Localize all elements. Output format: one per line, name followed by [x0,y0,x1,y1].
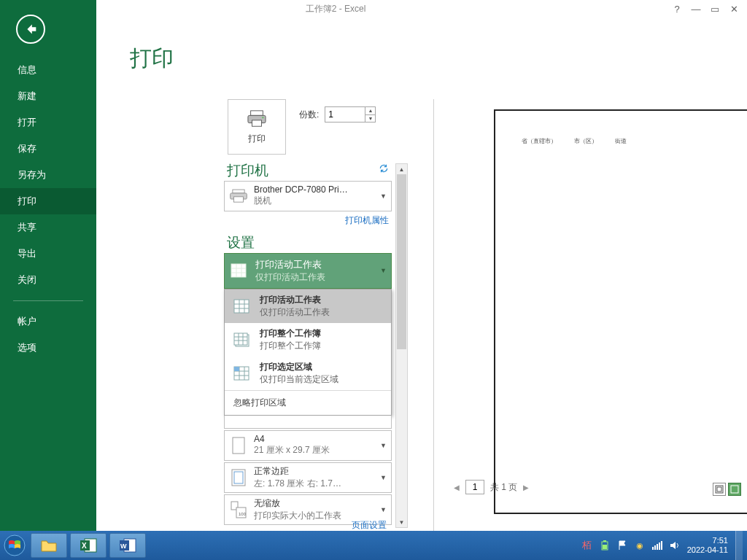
nav-export[interactable]: 导出 [0,241,96,267]
chevron-down-icon: ▼ [380,474,387,481]
settings-column: 打印机 Brother DCP-7080 Pri… 脱机 ▼ 打印机属性 设置 … [224,163,392,526]
tray-clock[interactable]: 7:51 2022-04-11 [687,536,728,555]
svg-rect-32 [652,547,654,550]
nav-saveas[interactable]: 另存为 [0,162,96,188]
print-what-title: 打印活动工作表 [255,258,325,271]
page-number-input[interactable] [465,480,484,494]
copies-up[interactable]: ▲ [365,107,375,115]
sheet-icon [233,299,249,314]
svg-rect-31 [603,545,607,549]
opt-active-sheets[interactable]: 打印活动工作表仅打印活动工作表 [225,289,391,323]
zoom-tool-icon [730,485,739,494]
margins-selector[interactable]: 正常边距左: 1.78 厘米 右: 1.7… ▼ [224,462,392,493]
preview-cell: 街道 [615,137,627,145]
help-button[interactable]: ? [671,4,683,15]
scroll-down[interactable]: ▼ [396,517,407,527]
back-button[interactable] [16,15,45,44]
nav-close[interactable]: 关闭 [0,267,96,293]
paper-size-selector[interactable]: A421 厘米 x 29.7 厘米 ▼ [224,430,392,461]
maximize-button[interactable]: ▭ [709,4,721,15]
svg-text:X: X [82,542,87,550]
nav-separator [13,300,83,301]
paper-title: A4 [254,434,330,444]
chevron-down-icon: ▼ [380,192,387,200]
tray-battery-icon[interactable] [600,540,610,551]
taskbar-word[interactable]: W [109,533,146,558]
nav-print[interactable]: 打印 [0,188,96,214]
close-button[interactable]: ✕ [728,4,740,15]
nav-open[interactable]: 打开 [0,109,96,136]
opt-sub: 打印整个工作簿 [260,340,321,352]
printer-device-icon [229,188,248,204]
print-what-popup: 打印活动工作表仅打印活动工作表 打印整个工作簿打印整个工作簿 打印选定区域仅打印… [224,289,392,416]
preview-cell: 省（直辖市） [522,137,557,145]
refresh-printers[interactable] [379,163,389,176]
svg-rect-2 [252,120,262,125]
zoom-to-page-button[interactable] [728,483,741,496]
taskbar-excel[interactable]: X [70,533,107,558]
svg-rect-12 [234,367,239,371]
scroll-thumb[interactable] [397,174,406,349]
ime-indicator[interactable]: 栢 [582,540,592,551]
svg-rect-21 [731,486,738,493]
nav-info[interactable]: 信息 [0,57,96,83]
print-button-label: 打印 [248,133,266,145]
opt-title: 打印活动工作表 [260,294,330,306]
show-margins-button[interactable] [713,483,726,496]
nav-list: 信息 新建 打开 保存 另存为 打印 共享 导出 关闭 帐户 选项 [0,57,96,361]
tray-signal-icon[interactable] [652,540,662,551]
windows-logo-icon [4,534,26,556]
sheet-icon [231,263,247,278]
svg-rect-4 [233,190,244,193]
printer-icon [246,109,268,128]
copies-input[interactable] [325,107,365,122]
svg-rect-7 [231,264,246,277]
chevron-down-icon: ▼ [380,442,387,449]
opt-selection[interactable]: 打印选定区域仅打印当前选定区域 [225,357,391,390]
copies-label: 份数: [299,109,319,121]
prev-page[interactable]: ◀ [454,483,460,491]
page-setup-link[interactable]: 页面设置 [352,519,387,532]
start-button[interactable] [0,531,29,560]
tray-network-icon[interactable]: ◉ [635,540,645,551]
margins-sub: 左: 1.78 厘米 右: 1.7… [254,478,341,490]
page-total: 共 1 页 [490,481,517,494]
opt-title: 打印整个工作簿 [260,327,321,340]
next-page[interactable]: ▶ [523,483,529,491]
page-title: 打印 [130,44,747,74]
printer-selector[interactable]: Brother DCP-7080 Pri… 脱机 ▼ [224,181,392,211]
nav-options[interactable]: 选项 [0,335,96,361]
margins-icon [231,469,246,486]
margins-tool-icon [715,485,724,494]
chevron-down-icon: ▼ [380,506,387,513]
copies-down[interactable]: ▼ [365,115,375,122]
printer-properties-link[interactable]: 打印机属性 [224,214,389,227]
backstage-sidebar: 信息 新建 打开 保存 另存为 打印 共享 导出 关闭 帐户 选项 [0,0,96,531]
tray-flag-icon[interactable] [617,540,627,551]
svg-rect-13 [233,438,244,454]
opt-ignore-print-area[interactable]: 忽略打印区域 [225,390,391,415]
preview-content: 省（直辖市） 市（区） 街道 [522,137,627,145]
taskbar-explorer[interactable] [31,533,67,558]
opt-entire-workbook[interactable]: 打印整个工作簿打印整个工作簿 [225,323,391,357]
nav-share[interactable]: 共享 [0,214,96,241]
settings-scrollbar[interactable]: ▲ ▼ [395,163,408,528]
workbook-icon [233,332,249,347]
partial-box[interactable] [224,416,392,429]
page-icon [232,437,245,454]
svg-rect-34 [657,544,658,550]
show-desktop-button[interactable] [735,531,743,560]
margins-title: 正常边距 [254,465,341,478]
print-button[interactable]: 打印 [228,99,286,155]
opt-title: 打印选定区域 [260,361,338,373]
nav-save[interactable]: 保存 [0,136,96,162]
window-title: 工作簿2 - Excel [0,3,671,15]
tray-time: 7:51 [687,536,728,545]
minimize-button[interactable]: — [690,4,702,15]
scroll-up[interactable]: ▲ [396,164,407,174]
print-what-dropdown[interactable]: 打印活动工作表 仅打印活动工作表 ▼ [224,253,392,289]
tray-volume-icon[interactable] [670,540,680,551]
system-tray: 栢 ◉ 7:51 2022-04-11 [582,531,747,560]
nav-account[interactable]: 帐户 [0,308,96,335]
nav-new[interactable]: 新建 [0,83,96,109]
